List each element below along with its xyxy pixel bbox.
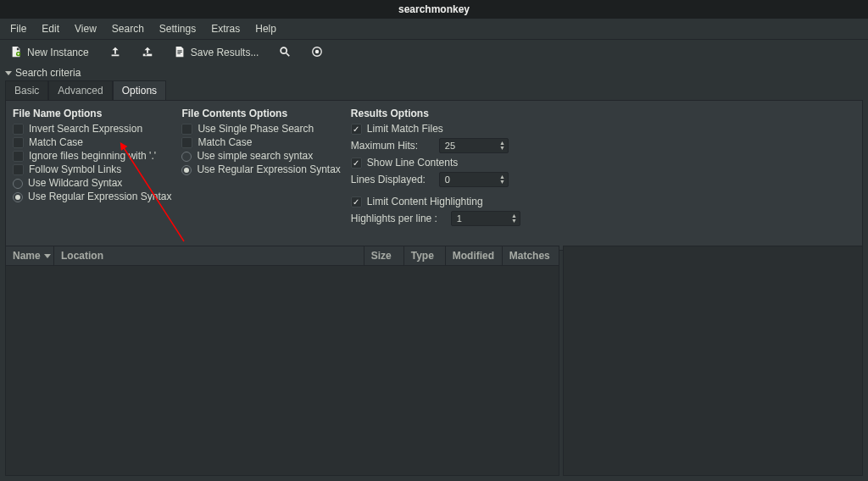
- import-button[interactable]: [106, 43, 125, 63]
- regex-name-label: Use Regular Expression Syntax: [28, 191, 171, 203]
- follow-symlinks-option[interactable]: Follow Symbol Links: [13, 163, 171, 176]
- match-case-name-option[interactable]: Match Case: [13, 136, 171, 149]
- ignore-dotfiles-label: Ignore files beginning with '.': [29, 150, 156, 163]
- file-contents-options-title: File Contents Options: [181, 108, 340, 119]
- toolbar: New Instance Save Results...: [0, 40, 868, 65]
- max-hits-spinbox[interactable]: 25 ▲▼: [439, 138, 509, 153]
- column-location[interactable]: Location: [54, 246, 364, 265]
- save-results-label: Save Results...: [191, 47, 259, 58]
- stop-button[interactable]: [308, 43, 326, 63]
- file-name-options-title: File Name Options: [13, 108, 171, 119]
- save-results-button[interactable]: Save Results...: [170, 43, 263, 63]
- ignore-dotfiles-option[interactable]: Ignore files beginning with '.': [13, 150, 171, 163]
- search-criteria-label: Search criteria: [15, 67, 81, 79]
- preview-pane: [563, 246, 863, 476]
- menu-edit[interactable]: Edit: [35, 20, 66, 37]
- svg-rect-1: [111, 54, 119, 56]
- limit-highlighting-label: Limit Content Highlighting: [367, 196, 483, 208]
- column-size[interactable]: Size: [364, 246, 404, 265]
- menu-file[interactable]: File: [3, 20, 33, 37]
- criteria-tabs: Basic Advanced Options: [0, 80, 868, 100]
- show-line-contents-option[interactable]: Show Line Contents: [351, 157, 855, 169]
- results-table: Name Location Size Type Modified Matches: [5, 246, 559, 476]
- checkbox-icon: [351, 196, 362, 207]
- max-hits-row: Maximum Hits: 25 ▲▼: [351, 138, 855, 153]
- column-name[interactable]: Name: [6, 246, 54, 265]
- highlights-per-line-label: Highlights per line :: [351, 213, 446, 224]
- file-name-options-group: File Name Options Invert Search Expressi…: [13, 108, 171, 241]
- options-panel: File Name Options Invert Search Expressi…: [5, 100, 863, 251]
- search-button[interactable]: [275, 43, 294, 63]
- column-modified[interactable]: Modified: [446, 246, 503, 265]
- regex-contents-option[interactable]: Use Regular Expression Syntax: [181, 163, 340, 176]
- tab-basic[interactable]: Basic: [5, 80, 48, 100]
- svg-point-6: [315, 49, 319, 53]
- import-folder-button[interactable]: [138, 43, 157, 63]
- svg-point-4: [281, 47, 287, 53]
- column-type[interactable]: Type: [404, 246, 446, 265]
- lines-displayed-label: Lines Displayed:: [351, 174, 434, 185]
- follow-symlinks-label: Follow Symbol Links: [29, 163, 121, 176]
- tab-options[interactable]: Options: [113, 80, 166, 100]
- match-case-name-label: Match Case: [29, 136, 83, 149]
- target-icon: [311, 46, 323, 60]
- checkbox-icon: [181, 124, 192, 135]
- menu-help[interactable]: Help: [248, 20, 283, 37]
- column-matches[interactable]: Matches: [503, 246, 559, 265]
- spin-down-icon[interactable]: ▼: [510, 218, 518, 224]
- match-case-contents-option[interactable]: Match Case: [181, 136, 340, 149]
- search-criteria-expander[interactable]: Search criteria: [0, 65, 868, 80]
- window-title: searchmonkey: [398, 3, 470, 15]
- max-hits-label: Maximum Hits:: [351, 140, 434, 152]
- simple-syntax-option[interactable]: Use simple search syntax: [181, 150, 340, 163]
- new-instance-button[interactable]: New Instance: [7, 43, 92, 63]
- invert-search-option[interactable]: Invert Search Expression: [13, 123, 171, 135]
- simple-syntax-label: Use simple search syntax: [197, 150, 313, 163]
- checkbox-icon: [13, 151, 24, 162]
- single-phase-option[interactable]: Use Single Phase Search: [181, 123, 340, 135]
- regex-contents-label: Use Regular Expression Syntax: [197, 163, 340, 176]
- menubar: File Edit View Search Settings Extras He…: [0, 19, 868, 40]
- wildcard-syntax-label: Use Wildcard Syntax: [28, 177, 122, 190]
- max-hits-value: 25: [440, 141, 498, 151]
- checkbox-icon: [13, 164, 24, 175]
- single-phase-label: Use Single Phase Search: [198, 123, 314, 135]
- search-icon: [279, 46, 291, 60]
- svg-rect-3: [145, 53, 147, 55]
- file-contents-options-group: File Contents Options Use Single Phase S…: [181, 108, 340, 241]
- spin-down-icon[interactable]: ▼: [498, 146, 506, 151]
- radio-icon: [13, 179, 23, 189]
- invert-search-label: Invert Search Expression: [29, 123, 142, 135]
- limit-highlighting-option[interactable]: Limit Content Highlighting: [351, 196, 855, 208]
- window-titlebar: searchmonkey: [0, 0, 868, 19]
- lines-displayed-spinbox[interactable]: 0 ▲▼: [439, 172, 509, 187]
- radio-icon: [13, 192, 23, 202]
- radio-icon: [181, 152, 192, 162]
- limit-match-files-label: Limit Match Files: [367, 123, 443, 135]
- new-instance-label: New Instance: [27, 47, 89, 58]
- show-line-contents-label: Show Line Contents: [367, 157, 458, 169]
- checkbox-icon: [13, 137, 24, 148]
- checkbox-icon: [351, 158, 362, 169]
- spin-down-icon[interactable]: ▼: [498, 180, 506, 185]
- sort-desc-icon: [44, 254, 51, 258]
- highlights-per-line-row: Highlights per line : 1 ▲▼: [351, 211, 855, 226]
- lines-displayed-row: Lines Displayed: 0 ▲▼: [351, 172, 855, 187]
- menu-view[interactable]: View: [68, 20, 103, 37]
- wildcard-syntax-option[interactable]: Use Wildcard Syntax: [13, 177, 171, 190]
- menu-settings[interactable]: Settings: [153, 20, 203, 37]
- menu-search[interactable]: Search: [105, 20, 151, 37]
- new-document-icon: [10, 46, 22, 60]
- limit-match-files-option[interactable]: Limit Match Files: [351, 123, 855, 135]
- checkbox-icon: [13, 124, 24, 135]
- checkbox-icon: [181, 137, 192, 148]
- results-options-group: Results Options Limit Match Files Maximu…: [351, 108, 855, 241]
- tab-advanced[interactable]: Advanced: [48, 80, 112, 100]
- regex-name-option[interactable]: Use Regular Expression Syntax: [13, 191, 171, 203]
- menu-extras[interactable]: Extras: [204, 20, 247, 37]
- highlights-per-line-spinbox[interactable]: 1 ▲▼: [451, 211, 520, 226]
- results-options-title: Results Options: [351, 108, 855, 119]
- upload-folder-icon: [142, 46, 153, 60]
- highlights-per-line-value: 1: [452, 213, 510, 224]
- svg-rect-2: [142, 53, 152, 56]
